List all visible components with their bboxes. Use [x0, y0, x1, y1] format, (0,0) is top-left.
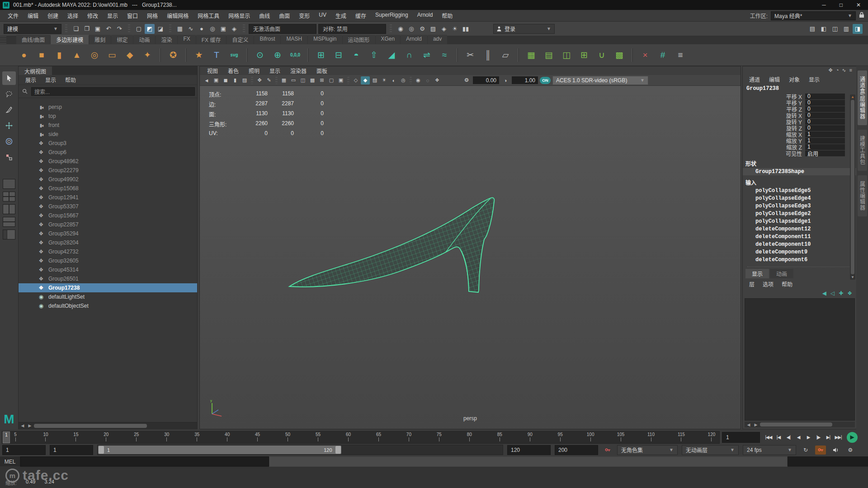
current-frame-indicator[interactable]: 1	[3, 432, 10, 443]
channel-value-field[interactable]: 启用	[805, 150, 845, 156]
persp-outliner-layout-icon[interactable]: ◧	[819, 24, 829, 34]
layer-list-area[interactable]	[745, 298, 855, 421]
extrude-icon[interactable]: ⇧	[366, 47, 382, 63]
snap-point-icon[interactable]: ●	[197, 24, 207, 34]
outliner-item[interactable]: Group22279	[19, 166, 197, 175]
symmetry-field[interactable]: 对称: 禁用	[318, 24, 386, 34]
render-current-frame-icon[interactable]: ◉	[396, 24, 406, 34]
channel-value-field[interactable]: 0	[805, 125, 845, 131]
bevel-icon[interactable]: ◢	[384, 47, 399, 63]
channel-value-field[interactable]: 0	[805, 100, 845, 106]
outliner-tab[interactable]: 大纲视图	[19, 66, 52, 75]
menu-item[interactable]: 帮助	[438, 10, 457, 21]
range-end-handle[interactable]	[335, 446, 341, 454]
outliner-item[interactable]: Group12941	[19, 193, 197, 202]
shelf-tab[interactable]: 多边形建模	[51, 35, 89, 44]
shelf-tab[interactable]: 曲线/曲面	[16, 35, 50, 44]
field-chart-icon[interactable]: ⊞	[317, 76, 326, 84]
film-gate-icon[interactable]: ▭	[289, 76, 298, 84]
channel-value-field[interactable]: 0	[805, 119, 845, 125]
layer-editor-menu-item[interactable]: 层	[745, 280, 758, 288]
outliner-item[interactable]: Group6	[19, 148, 197, 157]
input-node-item[interactable]: polyCollapseEdge1	[743, 218, 857, 225]
scroll-left-icon[interactable]: ◀	[745, 422, 752, 427]
playback-end-field[interactable]: 120	[507, 445, 551, 455]
save-scene-icon[interactable]: ▣	[93, 24, 103, 34]
new-scene-icon[interactable]: ❏	[71, 24, 81, 34]
channelbox-menu-item[interactable]: 显示	[805, 75, 823, 84]
animation-start-field[interactable]: 1	[2, 445, 46, 455]
scroll-left-icon[interactable]: ◀	[19, 423, 26, 428]
channel-value-field[interactable]: 0	[805, 106, 845, 112]
ipr-render-icon[interactable]: ◎	[406, 24, 416, 34]
channel-hyperbolic-icon[interactable]: ∿	[842, 67, 846, 75]
outliner-item[interactable]: persp	[19, 103, 197, 112]
outliner-item[interactable]: Group22857	[19, 220, 197, 229]
minimize-button[interactable]: ─	[822, 2, 826, 8]
snap-curve-icon[interactable]: ∿	[186, 24, 196, 34]
two-pane-side-layout-button[interactable]	[3, 204, 15, 214]
input-node-item[interactable]: deleteComponent11	[743, 233, 857, 241]
split-layout-icon[interactable]: ◫	[830, 24, 840, 34]
input-node-item[interactable]: deleteComponent9	[743, 249, 857, 256]
scroll-right-icon[interactable]: ▶	[27, 423, 33, 428]
viewport-menu-item[interactable]: 视图	[203, 66, 222, 75]
outliner-item[interactable]: Group53307	[19, 202, 197, 211]
menu-item[interactable]: SuperRigging	[371, 10, 412, 21]
uv-grid-icon[interactable]: ▩	[612, 47, 627, 63]
resolution-gate-icon[interactable]: ◫	[298, 76, 307, 84]
menu-item[interactable]: Arnold	[413, 10, 437, 21]
scroll-up-icon[interactable]: ▲	[851, 95, 854, 99]
render-settings-icon[interactable]: ⚙	[417, 24, 427, 34]
outliner-item[interactable]: side	[19, 130, 197, 139]
exposure-icon[interactable]: ❂	[462, 76, 471, 84]
texture-view-icon[interactable]: ▨	[428, 24, 438, 34]
shelf-menu-icon[interactable]: ≡	[673, 47, 688, 63]
ao-icon[interactable]: ◎	[399, 76, 408, 84]
input-node-item[interactable]: deleteComponent6	[743, 256, 857, 264]
shelf-tab[interactable]: Arnold	[401, 35, 427, 44]
shape-node-item[interactable]: Group17238Shape	[743, 168, 857, 175]
outliner-toggle-icon[interactable]: ▤	[807, 24, 817, 34]
shelf-tab[interactable]: 绑定	[111, 35, 133, 44]
poly-star-icon[interactable]: ★	[191, 47, 207, 63]
shelf-icon[interactable]	[632, 48, 633, 62]
insert-edge-loop-icon[interactable]: ║	[480, 47, 495, 63]
shelf-icon[interactable]	[160, 48, 161, 62]
grid-icon[interactable]: ▦	[279, 76, 288, 84]
select-tool-button[interactable]	[2, 71, 16, 85]
combine-icon[interactable]: ⊞	[313, 47, 329, 63]
uv-auto-icon[interactable]: ▤	[541, 47, 557, 63]
viewport-icon[interactable]	[275, 77, 278, 84]
shelf-icon[interactable]	[307, 48, 309, 62]
select-hierarchy-icon[interactable]: ▢	[134, 24, 144, 34]
shelf-tab[interactable]: 运动图形	[343, 35, 375, 44]
frame-all-icon[interactable]: ⊕	[270, 47, 285, 63]
multi-cut-icon[interactable]: ✂	[462, 47, 478, 63]
character-set-selector[interactable]: 无角色集 ▼	[617, 445, 678, 455]
lock-camera-icon[interactable]: ▣	[212, 76, 221, 84]
viewport-canvas[interactable]: 顶点: 1158 1158 0 边: 2287 2287 0 面: 1130 1…	[200, 86, 741, 429]
command-line-mode-button[interactable]: MEL	[0, 456, 20, 467]
channel-speed-icon[interactable]: ◔	[836, 67, 839, 75]
light-editor-icon[interactable]: ☀	[450, 24, 460, 34]
layer-editor-tab[interactable]: 动画	[770, 269, 793, 278]
poly-platonic-icon[interactable]: ✦	[140, 47, 155, 63]
go-to-start-button[interactable]: |◀◀	[764, 432, 773, 442]
origin-coords-icon[interactable]: 0,0,0	[288, 47, 303, 63]
animation-end-field[interactable]: 200	[555, 445, 598, 455]
viewport-icon[interactable]	[251, 77, 253, 84]
channel-value-field[interactable]: 0	[805, 94, 845, 99]
shaded-mode-icon[interactable]: ◆	[361, 76, 370, 84]
camera-attributes-icon[interactable]: ◼	[221, 76, 230, 84]
align-objects-icon[interactable]: #	[655, 47, 670, 63]
menu-item[interactable]: 创建	[43, 10, 62, 21]
make-live-icon[interactable]: ◈	[229, 24, 239, 34]
outliner-menu-item[interactable]: 帮助	[61, 75, 80, 84]
input-node-item[interactable]: polyCollapseEdge3	[743, 202, 857, 210]
poly-plane-icon[interactable]: ▭	[104, 47, 120, 63]
menu-item[interactable]: 生成	[331, 10, 350, 21]
zoom-region-icon[interactable]: ⊙	[252, 47, 268, 63]
snap-grid-icon[interactable]: ▦	[175, 24, 185, 34]
channel-options-icon[interactable]: ≡	[849, 67, 852, 75]
